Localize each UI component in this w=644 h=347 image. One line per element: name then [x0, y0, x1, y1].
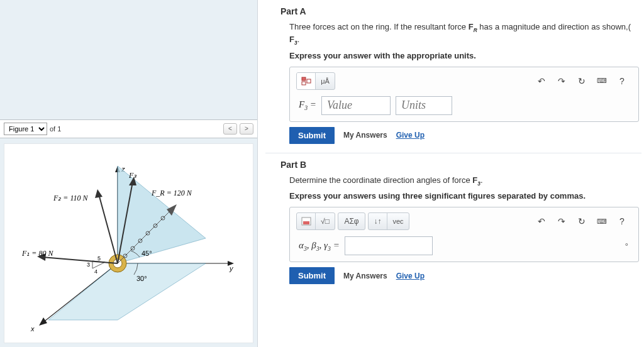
degree-suffix: °: [625, 241, 628, 251]
scinot-tool[interactable]: ↓↑: [369, 213, 387, 229]
questions-panel: Part A Three forces act on the ring. If …: [258, 0, 644, 347]
force-F1-label: F₁ = 80 N: [21, 249, 53, 258]
part-b-give-up-link[interactable]: Give Up: [396, 272, 425, 280]
svg-rect-29: [303, 221, 309, 224]
figure-selector[interactable]: Figure 1: [4, 123, 47, 135]
part-b-express: Express your answers using three signifi…: [289, 191, 639, 201]
part-b-value-input[interactable]: [345, 236, 433, 255]
reset-icon[interactable]: ↻: [573, 213, 591, 229]
part-b-my-answers[interactable]: My Answers: [343, 272, 387, 280]
template-tool[interactable]: [297, 213, 316, 229]
undo-icon[interactable]: ↶: [533, 73, 550, 89]
sqrt-tool[interactable]: √□: [316, 213, 335, 229]
axis-x-label: x: [30, 325, 35, 333]
figure-next-button[interactable]: >: [240, 123, 253, 135]
part-a-submit-button[interactable]: Submit: [289, 127, 335, 144]
svg-line-10: [42, 257, 118, 263]
part-b-submit-button[interactable]: Submit: [289, 267, 335, 284]
part-b-title: Part B: [280, 160, 641, 170]
forces-diagram-svg: z y x: [4, 157, 250, 339]
svg-rect-27: [307, 79, 311, 83]
part-a-variable: F3 =: [299, 99, 316, 111]
figure-prev-button[interactable]: <: [223, 123, 237, 135]
part-b-answer-box: √□ ΑΣφ ↓↑ vec ↶ ↷ ↻ ⌨ ?: [289, 207, 639, 262]
angle-30-label: 30°: [136, 275, 147, 282]
fraction-tool[interactable]: [297, 73, 316, 89]
triangle-5-label: 5: [97, 255, 101, 262]
part-a-units-input[interactable]: [396, 96, 452, 115]
part-a-prompt: Three forces act on the ring. If the res…: [289, 21, 639, 47]
svg-marker-5: [39, 317, 47, 326]
triangle-3-label: 3: [87, 262, 90, 268]
redo-icon[interactable]: ↷: [553, 213, 570, 229]
svg-rect-26: [302, 82, 306, 85]
vec-tool[interactable]: vec: [387, 213, 409, 229]
part-a-give-up-link[interactable]: Give Up: [396, 131, 425, 140]
svg-rect-25: [302, 77, 306, 80]
keyboard-icon[interactable]: ⌨: [593, 213, 611, 229]
force-F2-label: F₂ = 110 N: [53, 194, 89, 202]
keyboard-icon[interactable]: ⌨: [593, 73, 611, 89]
figure-navigation-bar: Figure 1 of 1 < >: [0, 119, 257, 138]
angle-45-label: 45°: [142, 250, 152, 257]
figure-diagram: z y x: [4, 143, 253, 343]
reset-icon[interactable]: ↻: [573, 73, 591, 89]
part-a-answer-box: μÅ ↶ ↷ ↻ ⌨ ? F3 =: [289, 67, 639, 122]
undo-icon[interactable]: ↶: [533, 213, 550, 229]
figure-panel: Figure 1 of 1 < > z y: [0, 0, 258, 347]
svg-marker-14: [95, 189, 103, 198]
part-a-my-answers[interactable]: My Answers: [343, 131, 387, 140]
axis-y-label: y: [229, 265, 234, 272]
greek-tool[interactable]: ΑΣφ: [338, 213, 365, 229]
part-a-value-input[interactable]: [321, 96, 391, 115]
triangle-4-label: 4: [94, 268, 97, 275]
units-tool[interactable]: μÅ: [316, 73, 335, 89]
part-a-title: Part A: [280, 6, 641, 16]
svg-marker-7: [48, 263, 206, 320]
part-a-express: Express your answer with the appropriate…: [289, 51, 639, 60]
help-icon[interactable]: ?: [613, 213, 631, 229]
force-F3-label: F₃: [128, 171, 137, 180]
template-tool-group: μÅ: [296, 72, 335, 90]
part-b-prompt: Determine the coordinate direction angle…: [289, 175, 639, 187]
svg-line-13: [99, 194, 118, 263]
redo-icon[interactable]: ↷: [553, 73, 570, 89]
part-b-variable: α3, β3, γ3 =: [299, 240, 340, 252]
figure-count-label: of 1: [50, 125, 61, 133]
force-FR-label: F_R = 120 N: [151, 189, 192, 197]
help-icon[interactable]: ?: [613, 73, 631, 89]
